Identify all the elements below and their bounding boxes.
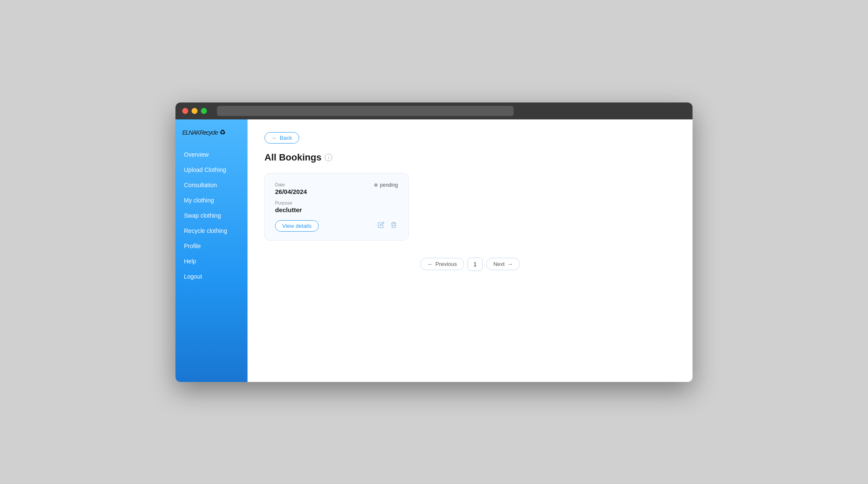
sidebar-item-swap-clothing[interactable]: Swap clothing	[175, 208, 248, 223]
sidebar: ELNAKRecycle ♻ Overview Upload Clothing …	[175, 119, 248, 382]
main-content: ← Back All Bookings i Date 26/04/2024 pe…	[248, 119, 693, 382]
next-arrow-icon: →	[507, 261, 513, 267]
date-label: Date	[275, 182, 307, 187]
logo-area: ELNAKRecycle ♻	[175, 128, 248, 147]
sidebar-item-my-clothing[interactable]: My clothing	[175, 193, 248, 208]
recycle-icon: ♻	[220, 128, 225, 136]
card-purpose: Purpose declutter	[275, 200, 398, 213]
logo-text: ELNAKRecycle	[182, 128, 218, 137]
close-button[interactable]	[182, 108, 188, 114]
sidebar-item-help[interactable]: Help	[175, 254, 248, 269]
sidebar-item-upload-clothing[interactable]: Upload Clothing	[175, 162, 248, 177]
titlebar	[175, 102, 693, 119]
pagination: ← Previous 1 Next →	[264, 257, 676, 271]
sidebar-item-consultation[interactable]: Consultation	[175, 177, 248, 193]
purpose-value: declutter	[275, 206, 398, 213]
address-bar	[217, 106, 514, 116]
minimize-button[interactable]	[192, 108, 198, 114]
page-title-row: All Bookings i	[264, 152, 676, 163]
status-dot	[374, 183, 378, 187]
edit-button[interactable]	[377, 221, 385, 231]
current-page: 1	[467, 257, 483, 271]
page-title: All Bookings	[264, 152, 321, 163]
sidebar-item-logout[interactable]: Logout	[175, 269, 248, 284]
app-window: ELNAKRecycle ♻ Overview Upload Clothing …	[175, 102, 693, 382]
next-button[interactable]: Next →	[486, 258, 520, 270]
sidebar-item-recycle-clothing[interactable]: Recycle clothing	[175, 223, 248, 238]
back-arrow-icon: ←	[272, 135, 277, 141]
booking-card: Date 26/04/2024 pending Purpose declutte…	[264, 173, 409, 241]
status-text: pending	[380, 182, 398, 188]
info-icon[interactable]: i	[325, 154, 332, 161]
status-badge: pending	[374, 182, 398, 188]
app-body: ELNAKRecycle ♻ Overview Upload Clothing …	[175, 119, 693, 382]
sidebar-item-overview[interactable]: Overview	[175, 147, 248, 162]
back-button[interactable]: ← Back	[264, 132, 299, 144]
previous-button[interactable]: ← Previous	[420, 258, 464, 270]
prev-arrow-icon: ←	[427, 261, 433, 267]
maximize-button[interactable]	[201, 108, 207, 114]
card-date-section: Date 26/04/2024	[275, 182, 307, 195]
card-actions: View details	[275, 220, 398, 232]
purpose-label: Purpose	[275, 200, 398, 205]
card-header: Date 26/04/2024 pending	[275, 182, 398, 195]
delete-button[interactable]	[389, 221, 398, 231]
date-value: 26/04/2024	[275, 188, 307, 195]
view-details-button[interactable]: View details	[275, 220, 319, 232]
card-icon-actions	[377, 221, 398, 231]
sidebar-item-profile[interactable]: Profile	[175, 238, 248, 254]
